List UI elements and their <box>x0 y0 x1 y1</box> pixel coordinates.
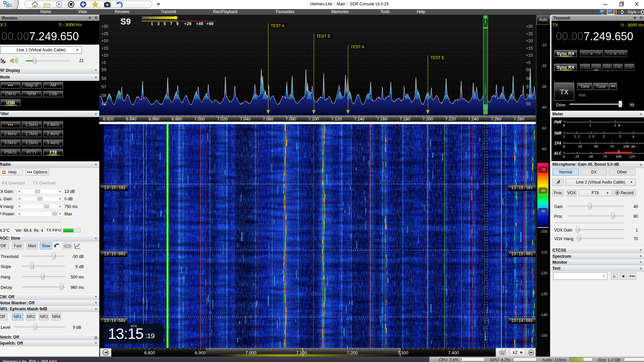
svg-text:+20: +20 <box>526 39 533 43</box>
svg-text:-10: -10 <box>541 43 546 47</box>
svg-text:S9: S9 <box>120 17 131 26</box>
svg-text:5: 5 <box>163 22 166 27</box>
svg-text:+15: +15 <box>526 46 533 51</box>
svg-text:1.5: 1.5 <box>588 135 594 139</box>
svg-text:-40: -40 <box>541 105 546 109</box>
svg-text:100 mA: 100 mA <box>623 145 635 149</box>
svg-text:7.000: 7.000 <box>194 117 205 121</box>
svg-text:4: 4 <box>632 135 634 139</box>
svg-text:50: 50 <box>594 145 598 149</box>
svg-text:PWR: PWR <box>554 120 561 125</box>
svg-text:-80: -80 <box>540 189 546 193</box>
svg-text:1: 1 <box>563 135 565 139</box>
svg-text:S9: S9 <box>526 67 531 72</box>
svg-text:+25: +25 <box>526 32 533 36</box>
svg-text:TEST E: TEST E <box>430 55 444 60</box>
svg-text:S6: S6 <box>526 93 531 98</box>
svg-text:1.1: 1.1 <box>574 135 580 139</box>
svg-text:+5: +5 <box>526 60 531 65</box>
svg-text:6.940: 6.940 <box>126 117 136 121</box>
svg-text:75: 75 <box>603 155 607 159</box>
svg-text:6.920: 6.920 <box>103 117 113 121</box>
svg-text:-50: -50 <box>541 126 546 130</box>
svg-text:TEST E: TEST E <box>316 34 330 39</box>
svg-text:SWR: SWR <box>554 131 561 136</box>
svg-text:7.100: 7.100 <box>308 117 319 121</box>
svg-text:1: 1 <box>589 124 591 127</box>
svg-text:TEST A: TEST A <box>271 23 284 28</box>
svg-text:1: 1 <box>151 22 153 27</box>
svg-text:7.200: 7.200 <box>347 350 358 355</box>
svg-text:Style: Style <box>628 10 637 14</box>
svg-text:-100: -100 <box>540 229 547 234</box>
svg-text:S8: S8 <box>101 76 106 81</box>
svg-text:7.400: 7.400 <box>448 350 459 355</box>
svg-text:7.280: 7.280 <box>514 117 524 121</box>
svg-text:125: 125 <box>629 155 635 159</box>
svg-text:100: 100 <box>615 155 622 159</box>
svg-text:-120: -120 <box>540 271 547 275</box>
svg-text:-30: -30 <box>541 85 546 89</box>
svg-text:S6: S6 <box>101 93 106 98</box>
svg-text:7.060: 7.060 <box>263 117 273 121</box>
svg-text:-90: -90 <box>540 209 546 213</box>
svg-text:7.080: 7.080 <box>285 117 296 121</box>
svg-text:7.040: 7.040 <box>240 117 250 121</box>
svg-text:2: 2 <box>603 135 605 139</box>
svg-text:-20: -20 <box>541 64 546 68</box>
svg-text:50: 50 <box>589 155 593 159</box>
svg-text:ALC: ALC <box>554 151 561 156</box>
svg-text:7.180: 7.180 <box>399 117 410 121</box>
svg-text:-60: -60 <box>541 147 546 151</box>
svg-text:0: 0 <box>563 155 565 159</box>
svg-text:-70: -70 <box>540 168 546 172</box>
svg-text:-130: -130 <box>540 292 547 296</box>
svg-text:7.260: 7.260 <box>491 117 501 121</box>
svg-text:7: 7 <box>170 22 172 27</box>
svg-text:6.960: 6.960 <box>149 117 159 121</box>
svg-text:75: 75 <box>610 145 614 149</box>
svg-text:+25: +25 <box>101 32 108 36</box>
svg-text:-150: -150 <box>540 333 547 338</box>
svg-text:6.800: 6.800 <box>144 350 155 355</box>
svg-text:+30: +30 <box>101 24 108 29</box>
svg-text:3: 3 <box>157 22 159 27</box>
svg-text:IPA: IPA <box>554 141 561 146</box>
svg-text:6.980: 6.980 <box>171 117 182 121</box>
svg-text:+5: +5 <box>101 60 106 65</box>
svg-text:S5: S5 <box>101 102 106 106</box>
svg-text:7.240: 7.240 <box>468 117 478 121</box>
svg-text:+60: +60 <box>206 22 214 27</box>
svg-text:7.140: 7.140 <box>354 117 364 121</box>
svg-text:TEST A: TEST A <box>351 45 364 49</box>
svg-text:+10: +10 <box>526 53 533 58</box>
svg-text:7.120: 7.120 <box>331 117 341 121</box>
svg-text:S7: S7 <box>526 85 531 89</box>
svg-text:7.300: 7.300 <box>397 350 409 355</box>
svg-text:1: 1 <box>484 19 486 23</box>
svg-text:-140: -140 <box>540 313 547 317</box>
svg-text:25: 25 <box>575 155 579 159</box>
svg-text:-110: -110 <box>540 250 547 254</box>
svg-text:+20: +20 <box>101 39 108 43</box>
svg-text:6.900: 6.900 <box>195 350 206 355</box>
svg-text:S8: S8 <box>526 76 531 81</box>
svg-text:+20: +20 <box>184 22 192 27</box>
svg-text:7.020: 7.020 <box>217 117 227 121</box>
svg-text:7.200: 7.200 <box>422 117 433 121</box>
svg-text:9: 9 <box>176 22 178 27</box>
svg-text:7.220: 7.220 <box>445 117 455 121</box>
svg-text:7.160: 7.160 <box>377 117 387 121</box>
svg-text:3: 3 <box>619 135 621 139</box>
svg-text:25: 25 <box>578 145 582 149</box>
svg-text:+10: +10 <box>101 53 108 58</box>
svg-text:S5: S5 <box>526 102 531 106</box>
svg-text:S7: S7 <box>101 85 106 89</box>
svg-text:+30: +30 <box>526 24 533 29</box>
svg-text:S9: S9 <box>101 67 106 72</box>
svg-text:+40: +40 <box>196 22 203 27</box>
svg-text:7.000: 7.000 <box>246 350 257 355</box>
svg-text:0: 0 <box>563 124 565 127</box>
svg-text:+15: +15 <box>101 46 108 51</box>
svg-text:7.100: 7.100 <box>296 350 307 355</box>
